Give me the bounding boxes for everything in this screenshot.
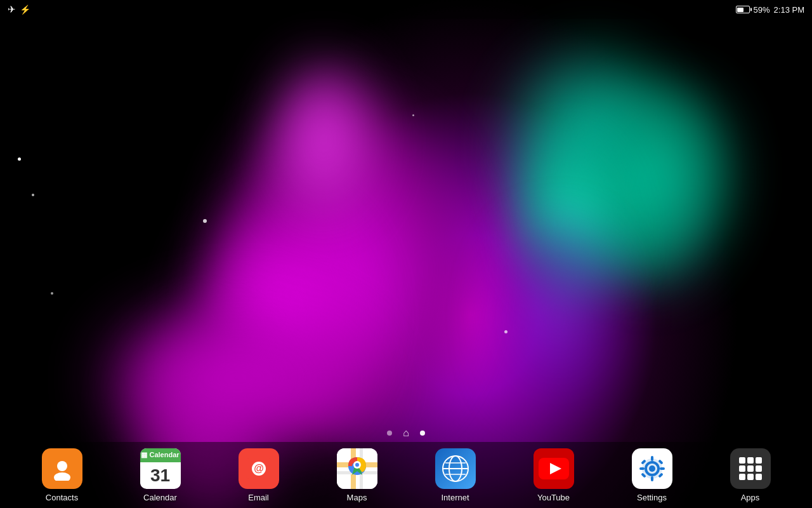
svg-rect-24 bbox=[651, 476, 653, 481]
svg-rect-38 bbox=[747, 474, 754, 480]
svg-point-0 bbox=[57, 461, 67, 471]
contacts-label: Contacts bbox=[46, 493, 78, 502]
youtube-label: YouTube bbox=[537, 493, 570, 502]
app-contacts[interactable]: Contacts bbox=[21, 448, 103, 502]
svg-rect-33 bbox=[756, 457, 762, 464]
settings-label: Settings bbox=[637, 493, 667, 502]
home-dots: ⌂ bbox=[0, 425, 812, 441]
svg-rect-35 bbox=[747, 465, 754, 472]
svg-rect-39 bbox=[756, 474, 762, 480]
usb-icon: ⚡ bbox=[20, 4, 30, 15]
svg-rect-25 bbox=[639, 467, 645, 470]
dock: Contacts ▦ Calendar 31 Calendar @ Email bbox=[0, 442, 812, 508]
svg-text:@: @ bbox=[254, 463, 264, 474]
svg-rect-32 bbox=[747, 457, 754, 464]
app-youtube[interactable]: YouTube bbox=[513, 448, 595, 502]
svg-rect-37 bbox=[739, 474, 745, 480]
maps-label: Maps bbox=[347, 493, 367, 502]
status-right-icons: 59% 2:13 PM bbox=[736, 5, 804, 15]
svg-point-22 bbox=[649, 465, 655, 472]
contacts-icon bbox=[42, 448, 82, 489]
calendar-label: Calendar bbox=[143, 493, 177, 502]
maps-icon bbox=[337, 448, 377, 489]
email-label: Email bbox=[248, 493, 269, 502]
status-bar: ✈ ⚡ 59% 2:13 PM bbox=[0, 0, 812, 19]
calendar-icon: ▦ Calendar 31 bbox=[140, 448, 181, 489]
svg-rect-34 bbox=[739, 465, 745, 472]
battery-percent: 59% bbox=[754, 5, 770, 15]
email-icon: @ bbox=[239, 448, 279, 489]
calendar-month: ▦ Calendar bbox=[140, 448, 181, 462]
svg-rect-31 bbox=[739, 457, 745, 464]
app-settings[interactable]: Settings bbox=[611, 448, 693, 502]
status-left-icons: ✈ ⚡ bbox=[8, 4, 30, 15]
svg-rect-23 bbox=[651, 456, 653, 461]
app-internet[interactable]: Internet bbox=[414, 448, 497, 502]
apps-label: Apps bbox=[741, 493, 760, 502]
app-email[interactable]: @ Email bbox=[218, 448, 300, 502]
page-dot-2[interactable] bbox=[420, 431, 425, 436]
app-apps[interactable]: Apps bbox=[709, 448, 792, 502]
apps-icon bbox=[730, 448, 771, 489]
youtube-icon bbox=[534, 448, 574, 489]
settings-icon bbox=[632, 448, 672, 489]
internet-label: Internet bbox=[441, 493, 469, 502]
svg-rect-36 bbox=[756, 465, 762, 472]
svg-point-12 bbox=[355, 463, 359, 467]
battery-indicator bbox=[736, 6, 750, 13]
app-calendar[interactable]: ▦ Calendar 31 Calendar bbox=[119, 448, 202, 502]
airplane-icon: ✈ bbox=[8, 4, 16, 15]
app-maps[interactable]: Maps bbox=[316, 448, 398, 502]
svg-rect-26 bbox=[660, 467, 665, 470]
page-dot-1[interactable] bbox=[387, 431, 392, 436]
home-button[interactable]: ⌂ bbox=[398, 425, 414, 441]
internet-icon bbox=[435, 448, 476, 489]
clock: 2:13 PM bbox=[774, 5, 804, 15]
calendar-day: 31 bbox=[150, 467, 170, 485]
svg-point-1 bbox=[54, 472, 70, 481]
